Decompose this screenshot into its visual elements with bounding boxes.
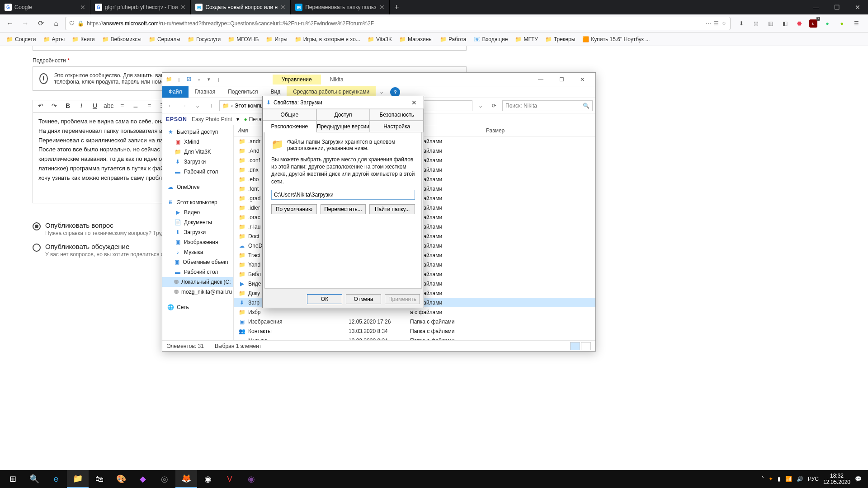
bookmark-item[interactable]: 📁Госуслуги [185,35,223,44]
cancel-button[interactable]: Отмена [346,294,381,304]
home-button[interactable]: ⌂ [50,17,62,30]
redo-icon[interactable]: ↷ [49,102,59,110]
tray-app-icon[interactable]: ✦ [769,476,773,482]
bookmark-star-icon[interactable]: ☆ [722,20,726,27]
extension2-icon[interactable]: ● [837,19,846,28]
tray-volume-icon[interactable]: 🔊 [797,476,803,482]
sidebar-item[interactable]: ⬇Загрузки [162,227,233,237]
sidebar-item[interactable]: ⛃Локальный диск (C: [162,277,233,287]
back-button[interactable]: ← [4,17,16,30]
reload-button[interactable]: ⟳ [34,17,47,30]
browser-tab[interactable]: Ggfgrf pfuheprb yf heccrjv - Пои✕ [90,0,191,14]
library-icon[interactable]: 𝍐 [751,19,760,28]
move-button[interactable]: Переместить... [321,204,366,214]
firefox-icon[interactable]: 🦊 [175,470,197,488]
bookmark-item[interactable]: 📁Книги [69,35,97,44]
bookmark-item[interactable]: 📁МГОУНБ [225,35,261,44]
reader-icon[interactable]: ☰ [714,20,719,27]
col-size[interactable]: Размер [482,125,595,136]
sidebar-icon[interactable]: ▥ [766,19,775,28]
find-folder-button[interactable]: Найти папку... [369,204,415,214]
bookmark-item[interactable]: 📁Вебкомиксы [99,35,144,44]
file-row[interactable]: 📁Избра с файлами [234,307,595,317]
bookmark-item[interactable]: 📁Соцсети [4,35,39,44]
props-tab[interactable]: Настройка [370,121,424,132]
tor-icon[interactable]: ◉ [241,470,262,488]
qat-checkbox-icon[interactable]: ☑ [185,75,193,84]
containers-icon[interactable]: ◧ [780,19,789,28]
props-tab[interactable]: Безопасность [370,109,424,121]
window-min-button[interactable]: — [806,0,826,14]
ribbon-home[interactable]: Главная [189,86,222,98]
tray-notifications-icon[interactable]: 💬 [855,476,862,482]
align-right-icon[interactable]: ≡ [144,102,154,110]
bookmark-item[interactable]: 📁Магазины [396,35,435,44]
file-row[interactable]: ♪Музыка13.03.2020 8:34Папка с файлами [234,336,595,340]
menu-icon[interactable]: ☰ [852,19,861,28]
qat-dropdown-icon[interactable]: ▾ [205,75,213,84]
tray-clock[interactable]: 18:32 12.05.2020 [823,473,850,486]
sidebar-item[interactable]: 📁Для Vita3K [162,147,233,157]
bookmark-item[interactable]: 📁Сериалы [146,35,183,44]
bookmark-item[interactable]: 📁Арты [41,35,68,44]
paint-icon[interactable]: 🎨 [110,470,132,488]
sidebar-item[interactable]: ▶Видео [162,207,233,217]
location-input[interactable] [271,190,415,200]
file-row[interactable]: 👥Контакты13.03.2020 8:34Папка с файлами [234,326,595,336]
bookmark-item[interactable]: 📁МГТУ [512,35,540,44]
bookmark-item[interactable]: 🟧Купить 15.6" Ноутбук ... [580,35,652,44]
props-tab[interactable]: Общие [263,109,316,121]
app1-icon[interactable]: ◆ [132,470,154,488]
tray-chevron-icon[interactable]: ˄ [761,476,764,482]
sidebar-item[interactable]: ▬Рабочий стол [162,267,233,277]
app2-icon[interactable]: ◎ [154,470,175,488]
search-button[interactable]: 🔍 [24,470,45,488]
ublock-icon[interactable]: u7 [809,19,817,28]
sidebar-item[interactable]: ⬇Загрузки [162,157,233,167]
bookmark-item[interactable]: 📁Работа [437,35,469,44]
ribbon-file[interactable]: Файл [162,86,189,98]
align-center-icon[interactable]: ≣ [131,102,141,110]
props-tab[interactable]: Доступ [316,109,370,121]
props-titlebar[interactable]: ⬇ Свойства: Загрузки ✕ [263,96,424,109]
sidebar-item[interactable]: ▣Объемные объект [162,257,233,267]
tab-close-icon[interactable]: ✕ [80,4,85,11]
sidebar-item[interactable]: ▣XMind [162,137,233,147]
explorer-search[interactable]: Поиск: Nikita🔍 [502,100,593,111]
browser-tab[interactable]: ⊞Переименовать папку польз✕ [291,0,389,14]
context-tab[interactable]: Управление [273,75,321,84]
undo-icon[interactable]: ↶ [36,102,46,110]
bookmark-item[interactable]: 📁Игры [263,35,290,44]
start-button[interactable]: ⊞ [2,470,24,488]
extension-icon[interactable]: ● [823,19,832,28]
refresh-icon[interactable]: ⟳ [489,103,500,109]
sidebar-item[interactable]: ★Быстрый доступ [162,127,233,137]
sidebar-item[interactable]: 🖥Этот компьютер [162,197,233,207]
vendor-dropdown-icon[interactable]: ▾ [236,116,239,122]
tray-lang[interactable]: РУС [808,476,819,482]
ribbon-share[interactable]: Поделиться [222,86,264,98]
tab-close-icon[interactable]: ✕ [379,4,385,11]
view-details-icon[interactable] [570,342,580,350]
tab-close-icon[interactable]: ✕ [180,4,186,11]
apply-button[interactable]: Применить [385,294,420,304]
refresh-dropdown-icon[interactable]: ⌄ [475,103,486,109]
pocket-icon[interactable]: ⬣ [795,19,804,28]
tray-network-icon[interactable]: 📶 [785,476,792,482]
close-button[interactable]: ✕ [572,73,593,86]
nav-recent-icon[interactable]: ⌄ [192,100,203,111]
new-tab-button[interactable]: + [390,0,404,14]
bold-icon[interactable]: B [63,102,73,110]
tray-battery-icon[interactable]: ▮ [778,476,781,482]
sidebar-item[interactable]: ☁OneDrive [162,182,233,192]
sidebar-item[interactable]: ⛃mozg_nikita@mail.ru [162,287,233,297]
downloads-icon[interactable]: ⬇ [737,19,746,28]
vivaldi-icon[interactable]: V [219,470,241,488]
forward-button[interactable]: → [19,17,32,30]
browser-tab[interactable]: ⊞Создать новый вопрос или н✕ [191,0,291,14]
tab-close-icon[interactable]: ✕ [280,4,286,11]
sidebar-item[interactable]: 📄Документы [162,217,233,227]
explorer-titlebar[interactable]: 📁 | ☑ ▫ ▾ | Управление Nikita — ☐ ✕ [162,73,595,86]
bookmark-item[interactable]: 📁Vita3K [365,35,395,44]
restore-default-button[interactable]: По умолчанию [271,204,317,214]
